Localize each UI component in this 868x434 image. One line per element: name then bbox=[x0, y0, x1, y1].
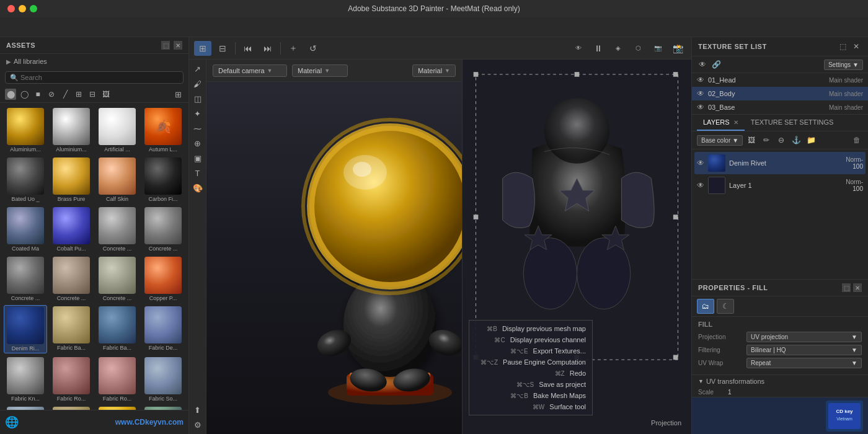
tool-fill[interactable]: ▣ bbox=[191, 151, 205, 165]
list-item[interactable]: Aluminium... bbox=[50, 107, 93, 154]
tab-close-icon[interactable]: ✕ bbox=[733, 119, 738, 126]
list-item[interactable]: Brass Pure bbox=[50, 156, 93, 203]
prev-btn[interactable]: ⏮ bbox=[239, 41, 257, 56]
list-item[interactable]: Fabric De... bbox=[141, 305, 185, 353]
list-item[interactable]: Concrete ... bbox=[50, 255, 93, 303]
filter-alpha-btn[interactable]: ⊘ bbox=[46, 89, 57, 100]
layout-btn[interactable]: ⊟ bbox=[214, 41, 231, 56]
texture-set-close-btn[interactable]: ✕ bbox=[851, 41, 862, 52]
layer-item-denim-rivet[interactable]: 👁 Denim Rivet Norm- 100 bbox=[694, 152, 866, 174]
edit-layer-btn[interactable]: ✏ bbox=[760, 134, 773, 146]
filter-sphere-btn[interactable]: ⬤ bbox=[5, 89, 16, 100]
list-item[interactable]: Coated Ma bbox=[4, 206, 47, 253]
delete-layer-btn[interactable]: 🗑 bbox=[851, 134, 863, 146]
ts-link-btn[interactable]: 🔗 bbox=[711, 59, 722, 70]
mesh-btn[interactable]: ◈ bbox=[609, 41, 627, 56]
list-item[interactable]: Fabric Ro... bbox=[95, 356, 139, 403]
list-item[interactable]: Artificial ... bbox=[95, 107, 139, 154]
all-libraries-item[interactable]: ▶ All libraries bbox=[0, 54, 188, 69]
screenshot-btn[interactable]: 📸 bbox=[669, 41, 686, 56]
search-input[interactable] bbox=[5, 71, 184, 84]
3d-viewport[interactable]: Default camera ▼ Material ▼ Material ▼ bbox=[206, 60, 462, 434]
list-item[interactable]: Fabric Ba... bbox=[50, 305, 93, 353]
filter-square-btn[interactable]: ■ bbox=[32, 89, 43, 100]
tool-smudge[interactable]: ⁓ bbox=[191, 122, 205, 135]
list-item[interactable]: Carbon Fi... bbox=[141, 156, 185, 203]
list-item[interactable]: Concrete ... bbox=[141, 206, 185, 253]
maximize-button[interactable] bbox=[30, 5, 37, 12]
tool-brush[interactable]: 🖌 bbox=[191, 77, 205, 91]
list-item[interactable]: Bated Uo _ bbox=[4, 156, 47, 203]
ctx-item-pause[interactable]: ⌘⌥Z Pause Engine Computation bbox=[469, 356, 592, 368]
filter-circle-btn[interactable]: ◯ bbox=[19, 89, 30, 100]
viewport-right-mode-select[interactable]: Material ▼ bbox=[412, 64, 456, 77]
camera-icon-btn[interactable]: 👁 bbox=[570, 41, 587, 56]
list-item[interactable]: Concrete ... bbox=[95, 255, 139, 303]
tool-stamp[interactable]: ✦ bbox=[191, 107, 205, 120]
tool-import[interactable]: ⬆ bbox=[191, 403, 205, 417]
grid-view-toolbar-btn[interactable]: ⊞ bbox=[194, 41, 211, 56]
close-button[interactable] bbox=[7, 5, 15, 12]
filtering-dropdown[interactable]: Bilinear | HQ ▼ bbox=[746, 345, 862, 355]
layer-item-1[interactable]: 👁 Layer 1 Norm- 100 bbox=[694, 174, 866, 197]
ctx-item-save[interactable]: ⌘⌥S Save as project bbox=[469, 379, 592, 390]
ctx-item-display-channel[interactable]: ⌘C Display previous channel bbox=[469, 334, 592, 345]
tool-eraser[interactable]: ◫ bbox=[191, 92, 205, 105]
next-btn[interactable]: ⏭ bbox=[259, 41, 277, 56]
list-item[interactable]: Denim Ri... bbox=[4, 305, 47, 353]
list-item[interactable]: Fabric So... bbox=[141, 356, 185, 403]
assets-close-btn[interactable]: ✕ bbox=[174, 41, 182, 50]
list-item[interactable]: Concrete ... bbox=[4, 255, 47, 303]
filter-grid-btn[interactable]: ⊞ bbox=[73, 89, 84, 100]
projection-dropdown[interactable]: UV projection ▼ bbox=[746, 332, 862, 342]
list-item[interactable]: Aluminium... bbox=[4, 107, 47, 154]
video-btn[interactable]: 📷 bbox=[649, 41, 666, 56]
list-item[interactable]: Fabric Kn... bbox=[4, 356, 47, 403]
uvwrap-dropdown[interactable]: Repeat ▼ bbox=[746, 358, 862, 368]
list-item[interactable]: Gouache ... bbox=[141, 405, 185, 410]
anchor-layer-btn[interactable]: ⚓ bbox=[790, 134, 802, 146]
assets-minimize-btn[interactable]: ⬚ bbox=[161, 41, 170, 50]
list-item[interactable]: Cobalt Pu... bbox=[50, 206, 93, 253]
tool-pointer[interactable]: ↗ bbox=[191, 62, 205, 76]
filter-texture-btn[interactable]: ⊟ bbox=[87, 89, 98, 100]
texture-set-item-body[interactable]: 👁 02_Body Main shader bbox=[692, 87, 868, 100]
filter-image-btn[interactable]: 🖼 bbox=[100, 89, 112, 100]
tab-texture-set-settings[interactable]: TEXTURE SET SETTINGS bbox=[745, 115, 840, 131]
camera-select[interactable]: Default camera ▼ bbox=[213, 64, 287, 77]
prop-tab-layers-btn[interactable]: 🗂 bbox=[697, 299, 714, 314]
texture-btn[interactable]: ⬡ bbox=[629, 41, 647, 56]
tab-layers[interactable]: LAYERS ✕ bbox=[697, 115, 745, 131]
prop-tab-settings-btn[interactable]: ☾ bbox=[717, 299, 734, 314]
list-item[interactable]: Footprints bbox=[50, 405, 93, 410]
uv-transforms-toggle[interactable]: ▼ UV transformations bbox=[692, 374, 868, 388]
tool-color[interactable]: 🎨 bbox=[191, 181, 205, 195]
ctx-item-surface[interactable]: ⌘W Surface tool bbox=[469, 401, 592, 412]
list-item[interactable]: Fabric Su... bbox=[4, 405, 47, 410]
ctx-item-bake[interactable]: ⌘⌥B Bake Mesh Maps bbox=[469, 390, 592, 401]
tool-settings[interactable]: ⚙ bbox=[191, 418, 205, 432]
tool-text[interactable]: T bbox=[191, 166, 205, 180]
ctx-item-redo[interactable]: ⌘Z Redo bbox=[469, 368, 592, 379]
list-item[interactable]: Fabric Ba... bbox=[95, 305, 139, 353]
list-item[interactable]: Copper P... bbox=[141, 255, 185, 303]
list-item[interactable]: Concrete ... bbox=[95, 206, 139, 253]
pause-btn[interactable]: ⏸ bbox=[590, 41, 607, 56]
list-item[interactable]: 🍂 Autumn L... bbox=[141, 107, 185, 154]
list-item[interactable]: Calf Skin bbox=[95, 156, 139, 203]
ts-settings-btn[interactable]: Settings ▼ bbox=[824, 60, 863, 70]
add-btn[interactable]: ＋ bbox=[285, 41, 302, 56]
texture-set-expand-btn[interactable]: ⬚ bbox=[837, 41, 848, 52]
list-item[interactable]: Fabric Ro... bbox=[50, 356, 93, 403]
ts-eye-btn[interactable]: 👁 bbox=[697, 59, 708, 70]
list-item[interactable]: Gold Pure bbox=[95, 405, 139, 410]
properties-expand-btn[interactable]: ⬚ bbox=[842, 283, 851, 292]
ctx-item-display-mesh[interactable]: ⌘B Display previous mesh map bbox=[469, 323, 592, 334]
grid-view-btn[interactable]: ⊞ bbox=[172, 89, 184, 100]
properties-close-btn[interactable]: ✕ bbox=[853, 283, 862, 292]
viewport-mode-select[interactable]: Material ▼ bbox=[292, 64, 348, 77]
rotate-btn[interactable]: ↺ bbox=[304, 41, 322, 56]
minimize-button[interactable] bbox=[19, 5, 26, 12]
texture-set-item-head[interactable]: 👁 01_Head Main shader bbox=[692, 73, 868, 87]
add-layer-btn[interactable]: 🖼 bbox=[745, 134, 758, 146]
